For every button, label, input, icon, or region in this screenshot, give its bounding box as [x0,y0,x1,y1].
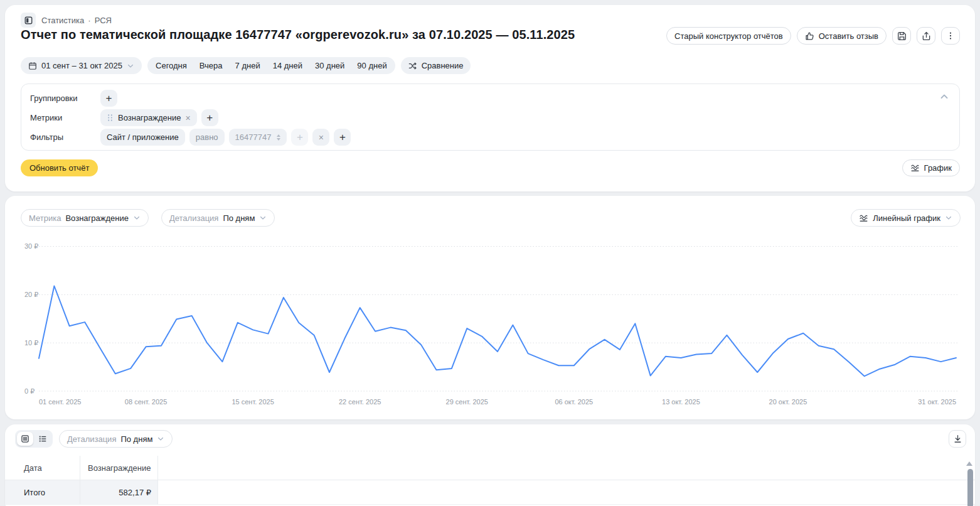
x-axis-label: 08 сент. 2025 [125,398,167,406]
share-export-icon [922,31,931,41]
chart-toggle-button[interactable]: График [902,159,960,176]
columns-view-option[interactable] [17,432,33,446]
chevron-down-icon [157,435,164,443]
x-axis-label: 15 сент. 2025 [232,398,274,406]
metrics-label: Метрики [30,113,96,122]
cell-revenue: 582,17 ₽ [80,480,158,504]
chart-metric-label: Метрика [29,213,61,223]
preset-14-days[interactable]: 14 дней [273,61,302,70]
filter-value-text: 16477747 [235,132,272,142]
table-detail-select[interactable]: Детализация По дням [59,430,173,448]
column-header-revenue[interactable]: Вознаграждение [80,456,158,480]
table-view-switcher [15,430,53,448]
app-icon[interactable] [21,13,36,28]
preset-yesterday[interactable]: Вчера [200,61,223,70]
breadcrumb: Статистика · РСЯ [21,13,112,28]
old-report-builder-label: Старый конструктор отчётов [674,31,783,41]
filter-value-input[interactable]: 16477747 [229,129,287,146]
breadcrumb-section[interactable]: Статистика [41,16,84,25]
value-stepper[interactable] [277,134,280,141]
collapse-panel-button[interactable] [939,92,949,102]
y-axis-label: 20 ₽ [24,291,38,298]
x-axis-label: 29 сент. 2025 [446,398,488,406]
metrics-row: Метрики Вознаграждение × + [30,108,951,127]
preset-30-days[interactable]: 30 дней [315,61,344,70]
feedback-label: Оставить отзыв [819,31,878,41]
scrollbar-up-arrow[interactable] [966,461,972,466]
line-chart-icon [859,213,868,223]
x-axis-label: 22 сент. 2025 [339,398,381,406]
compare-shuffle-icon [408,62,417,70]
chevron-down-icon [259,214,267,222]
revenue-line-chart[interactable]: 0 ₽10 ₽20 ₽30 ₽01 сент. 202508 сент. 202… [5,196,975,419]
add-filter-button[interactable]: + [334,129,351,146]
chart-metric-select[interactable]: Метрика Вознаграждение [21,209,149,227]
page-title: Отчет по тематической площадке 16477747 … [21,28,575,42]
add-metric-button[interactable]: + [201,109,218,126]
calendar-icon [28,62,37,70]
preset-today[interactable]: Сегодня [156,61,187,70]
more-actions-button[interactable] [941,27,960,45]
chart-type-value: Линейный график [873,213,940,223]
line-chart-icon [910,163,920,173]
chart-type-select[interactable]: Линейный график [851,209,961,227]
remove-metric-icon[interactable]: × [186,114,191,122]
filter-field-chip[interactable]: Сайт / приложение [100,129,185,146]
close-icon: × [319,133,324,142]
x-axis-label: 01 сент. 2025 [39,398,81,406]
compare-button[interactable]: Сравнение [401,57,471,74]
chart-detail-select[interactable]: Детализация По дням [161,209,275,227]
table-row[interactable]: Итого582,17 ₽ [5,480,975,505]
chevron-down-icon [133,214,141,222]
x-axis-label: 13 окт. 2025 [662,398,700,406]
columns-view-icon [21,434,29,443]
save-report-button[interactable] [892,27,911,45]
groupings-label: Группировки [30,94,96,103]
chart-card: Метрика Вознаграждение Детализация По дн… [5,196,975,419]
compare-label: Сравнение [422,61,464,70]
chart-line [39,286,956,377]
thumbs-up-icon [805,31,814,41]
scrollbar-thumb[interactable] [967,469,973,506]
export-button[interactable] [917,27,935,45]
kebab-menu-icon [946,31,955,40]
table-detail-value: По дням [120,434,152,444]
groupings-row: Группировки + [30,89,951,108]
header-actions: Старый конструктор отчётов Оставить отзы… [666,27,960,45]
date-range-picker[interactable]: 01 сент – 31 окт 2025 [21,57,142,74]
x-axis-label: 06 окт. 2025 [555,398,593,406]
preset-90-days[interactable]: 90 дней [357,61,386,70]
filter-operator-chip[interactable]: равно [189,129,225,146]
chevron-down-icon [945,214,952,222]
feedback-button[interactable]: Оставить отзыв [797,27,887,45]
date-range-value: 01 сент – 31 окт 2025 [41,61,122,70]
report-header-card: Статистика · РСЯ Отчет по тематической п… [5,5,975,191]
filters-row: Фильтры Сайт / приложение равно 16477747… [30,127,951,147]
preset-7-days[interactable]: 7 дней [235,61,260,70]
chart-controls: Метрика Вознаграждение Детализация По дн… [21,209,961,227]
drag-handle-icon[interactable] [107,114,114,122]
breadcrumb-subsection[interactable]: РСЯ [95,16,112,25]
add-filter-value-button[interactable]: + [291,129,308,146]
metric-chip[interactable]: Вознаграждение × [100,109,197,126]
report-window-icon [24,16,33,24]
chart-toggle-label: График [924,163,952,173]
remove-filter-button[interactable]: × [312,129,329,146]
date-controls: 01 сент – 31 окт 2025 Сегодня Вчера 7 дн… [21,57,471,74]
save-icon [897,31,907,41]
add-grouping-button[interactable]: + [100,90,117,107]
table-header-row: Дата Вознаграждение [5,456,975,480]
filter-field-label: Сайт / приложение [107,132,179,142]
old-report-builder-button[interactable]: Старый конструктор отчётов [666,27,791,45]
cell-date: Итого [5,480,80,504]
report-actions-row: Обновить отчёт График [21,159,960,176]
metric-chip-label: Вознаграждение [118,113,181,122]
list-view-option[interactable] [35,432,51,446]
filters-label: Фильтры [30,132,96,142]
chart-detail-value: По дням [223,213,255,223]
chevron-up-icon [939,92,949,102]
download-table-button[interactable] [949,430,966,448]
y-axis-label: 10 ₽ [24,339,38,347]
refresh-report-button[interactable]: Обновить отчёт [21,159,98,176]
column-header-date[interactable]: Дата [5,456,80,480]
